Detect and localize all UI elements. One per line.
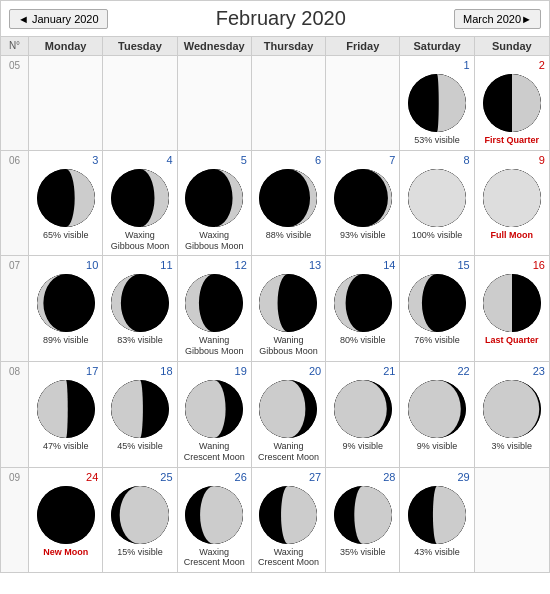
moon-phase-image (259, 380, 317, 438)
day-cell-28[interactable]: 2835% visible (326, 468, 400, 573)
header-monday: Monday (29, 37, 103, 55)
day-cell-23[interactable]: 233% visible (475, 362, 549, 467)
day-number: 11 (105, 259, 174, 271)
moon-phase-image (111, 169, 169, 227)
moon-phase-label: WaningCrescent Moon (258, 441, 319, 463)
day-cell-1[interactable]: 153% visible (400, 56, 474, 150)
week-num-09: 09 (1, 468, 29, 573)
day-cell-empty-0-3 (252, 56, 326, 150)
moon-phase-image (111, 274, 169, 332)
week-row-05: 05153% visible2First Quarter (1, 56, 549, 151)
day-number: 2 (477, 59, 547, 71)
day-cell-16[interactable]: 16Last Quarter (475, 256, 549, 361)
moon-phase-label: 93% visible (340, 230, 386, 241)
day-cell-11[interactable]: 1183% visible (103, 256, 177, 361)
moon-phase-image (111, 380, 169, 438)
day-number: 14 (328, 259, 397, 271)
day-number: 4 (105, 154, 174, 166)
day-number: 12 (180, 259, 249, 271)
day-cell-27[interactable]: 27WaxingCrescent Moon (252, 468, 326, 573)
day-number: 25 (105, 471, 174, 483)
moon-phase-label: 3% visible (492, 441, 533, 452)
day-cell-25[interactable]: 2515% visible (103, 468, 177, 573)
day-number: 15 (402, 259, 471, 271)
moon-phase-image (408, 169, 466, 227)
day-number: 3 (31, 154, 100, 166)
day-number: 17 (31, 365, 100, 377)
moon-phase-label: 9% visible (417, 441, 458, 452)
prev-month-button[interactable]: ◄ January 2020 (9, 9, 108, 29)
day-number: 28 (328, 471, 397, 483)
moon-phase-image (408, 274, 466, 332)
moon-phase-label: 89% visible (43, 335, 89, 346)
day-cell-empty-0-1 (103, 56, 177, 150)
moon-phase-label: 9% visible (343, 441, 384, 452)
moon-phase-label: 83% visible (117, 335, 163, 346)
day-cell-6[interactable]: 688% visible (252, 151, 326, 256)
moon-phase-label: 43% visible (414, 547, 460, 558)
moon-phase-label: New Moon (43, 547, 88, 558)
day-number: 29 (402, 471, 471, 483)
moon-phase-label: 88% visible (266, 230, 312, 241)
day-cell-20[interactable]: 20WaningCrescent Moon (252, 362, 326, 467)
moon-phase-image (408, 486, 466, 544)
header-saturday: Saturday (400, 37, 474, 55)
day-cell-4[interactable]: 4WaxingGibbous Moon (103, 151, 177, 256)
day-cell-24[interactable]: 24New Moon (29, 468, 103, 573)
day-number: 8 (402, 154, 471, 166)
week-row-09: 0924New Moon2515% visible26WaxingCrescen… (1, 468, 549, 573)
moon-phase-label: WaningGibbous Moon (185, 335, 244, 357)
moon-phase-label: Last Quarter (485, 335, 539, 346)
day-cell-5[interactable]: 5WaxingGibbous Moon (178, 151, 252, 256)
week-row-08: 081747% visible1845% visible19WaningCres… (1, 362, 549, 468)
day-cell-22[interactable]: 229% visible (400, 362, 474, 467)
svg-point-8 (408, 169, 466, 227)
day-number: 19 (180, 365, 249, 377)
day-cell-8[interactable]: 8100% visible (400, 151, 474, 256)
moon-phase-label: 45% visible (117, 441, 163, 452)
day-cell-2[interactable]: 2First Quarter (475, 56, 549, 150)
next-month-button[interactable]: March 2020► (454, 9, 541, 29)
day-cell-18[interactable]: 1845% visible (103, 362, 177, 467)
moon-phase-image (185, 380, 243, 438)
day-cell-7[interactable]: 793% visible (326, 151, 400, 256)
day-number: 1 (402, 59, 471, 71)
week-num-06: 06 (1, 151, 29, 256)
day-cell-17[interactable]: 1747% visible (29, 362, 103, 467)
day-cell-9[interactable]: 9Full Moon (475, 151, 549, 256)
moon-phase-image (37, 169, 95, 227)
day-cell-15[interactable]: 1576% visible (400, 256, 474, 361)
day-cell-12[interactable]: 12WaningGibbous Moon (178, 256, 252, 361)
week-num-08: 08 (1, 362, 29, 467)
day-cell-26[interactable]: 26WaxingCrescent Moon (178, 468, 252, 573)
moon-phase-image (334, 169, 392, 227)
moon-phase-label: 80% visible (340, 335, 386, 346)
day-cell-10[interactable]: 1089% visible (29, 256, 103, 361)
moon-phase-label: WaningCrescent Moon (184, 441, 245, 463)
moon-phase-image (37, 274, 95, 332)
moon-phase-label: WaxingGibbous Moon (111, 230, 170, 252)
header-thursday: Thursday (252, 37, 326, 55)
day-cell-13[interactable]: 13WaningGibbous Moon (252, 256, 326, 361)
day-number: 5 (180, 154, 249, 166)
calendar-header: ◄ January 2020 February 2020 March 2020► (1, 1, 549, 37)
day-cell-21[interactable]: 219% visible (326, 362, 400, 467)
week-num-05: 05 (1, 56, 29, 150)
day-number: 10 (31, 259, 100, 271)
week-row-06: 06365% visible4WaxingGibbous Moon5Waxing… (1, 151, 549, 257)
moon-phase-image (37, 380, 95, 438)
day-headers-row: N° Monday Tuesday Wednesday Thursday Fri… (1, 37, 549, 56)
moon-phase-image (408, 380, 466, 438)
day-cell-29[interactable]: 2943% visible (400, 468, 474, 573)
moon-phase-image (483, 274, 541, 332)
moon-phase-label: 47% visible (43, 441, 89, 452)
moon-phase-label: 15% visible (117, 547, 163, 558)
day-number: 20 (254, 365, 323, 377)
moon-phase-label: WaxingCrescent Moon (258, 547, 319, 569)
moon-phase-label: 100% visible (412, 230, 463, 241)
moon-phase-label: 35% visible (340, 547, 386, 558)
moon-phase-image (259, 486, 317, 544)
day-cell-14[interactable]: 1480% visible (326, 256, 400, 361)
day-cell-3[interactable]: 365% visible (29, 151, 103, 256)
day-cell-19[interactable]: 19WaningCrescent Moon (178, 362, 252, 467)
